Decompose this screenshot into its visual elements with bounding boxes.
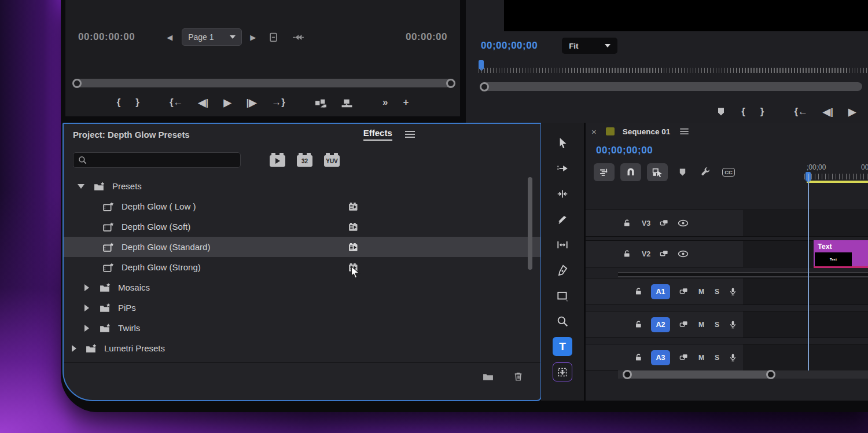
filter-32bit-button[interactable]: 32 (297, 155, 312, 167)
step-forward-button[interactable]: |▶ (238, 97, 264, 109)
mic-icon[interactable] (729, 353, 737, 362)
panel-menu-icon[interactable] (405, 131, 415, 138)
lock-icon[interactable] (634, 320, 643, 329)
linked-selection-button[interactable] (647, 163, 668, 181)
scrollbar-left-handle[interactable] (480, 82, 489, 91)
overwrite-icon[interactable] (341, 98, 353, 108)
text-clip[interactable]: Text fx Text (814, 240, 868, 268)
play-button[interactable]: ▶ (841, 106, 863, 118)
track-select-tool-button[interactable] (553, 159, 572, 178)
go-to-in-button[interactable]: {← (162, 97, 191, 108)
track-name[interactable]: V3 (642, 219, 650, 227)
add-marker-button[interactable] (674, 163, 691, 181)
chevron-down-icon[interactable] (78, 184, 84, 189)
track-target-button[interactable]: A1 (651, 284, 670, 299)
chevron-right-icon[interactable] (84, 325, 89, 332)
video-audio-divider[interactable] (618, 272, 868, 277)
chevron-right-icon[interactable] (84, 284, 89, 291)
track-target-button[interactable]: A3 (651, 350, 670, 365)
sync-lock-icon[interactable] (679, 287, 688, 296)
skip-ahead-icon[interactable] (292, 34, 304, 41)
tree-item-folder[interactable]: PiPs (64, 298, 540, 318)
timeline-scrollbar[interactable] (623, 370, 775, 379)
track-name[interactable]: V2 (642, 250, 650, 258)
scrollbar-right-handle[interactable] (766, 370, 775, 379)
more-options-button[interactable]: » (375, 97, 395, 108)
tree-item-preset[interactable]: Depth Glow ( Low ) (64, 196, 540, 216)
captions-button[interactable]: CC (720, 163, 737, 181)
next-page-button[interactable]: ▶ (250, 33, 256, 42)
program-time-ruler[interactable] (479, 60, 868, 75)
audio-track-a1[interactable]: A1 M S (586, 278, 868, 305)
zoom-tool-button[interactable] (553, 311, 572, 331)
step-back-button[interactable]: ◀| (191, 97, 216, 109)
type-tool-button[interactable]: T (553, 337, 572, 356)
program-scrollbar[interactable] (482, 82, 862, 91)
solo-button[interactable]: S (715, 321, 719, 329)
snap-toggle-button[interactable] (620, 163, 641, 181)
add-marker-icon[interactable] (716, 107, 726, 116)
eye-icon[interactable] (678, 250, 689, 258)
selection-tool-button[interactable] (553, 133, 572, 152)
mark-out-button[interactable]: } (128, 97, 147, 108)
lock-icon[interactable] (634, 287, 643, 296)
razor-tool-button[interactable] (553, 210, 572, 229)
chevron-right-icon[interactable] (72, 345, 76, 352)
mute-button[interactable]: M (698, 354, 704, 362)
trash-icon[interactable] (513, 372, 523, 381)
page-selector-dropdown[interactable]: Page 1 (182, 28, 242, 46)
effects-search-input[interactable] (73, 152, 241, 168)
mark-in-button[interactable]: { (734, 106, 753, 118)
list-scrollbar[interactable] (528, 177, 532, 270)
tab-project[interactable]: Project: Depth Glow Presets (73, 130, 190, 140)
panel-menu-icon[interactable] (681, 129, 689, 134)
tree-item-preset[interactable]: Depth Glow (Soft) (64, 216, 540, 237)
lock-icon[interactable] (623, 219, 631, 227)
sync-lock-icon[interactable] (660, 249, 668, 258)
go-to-out-button[interactable]: →} (264, 97, 293, 108)
scrollbar-right-handle[interactable] (446, 79, 455, 88)
close-icon[interactable]: × (591, 127, 597, 137)
mark-out-button[interactable]: } (753, 106, 772, 118)
insert-icon[interactable] (315, 98, 327, 108)
tree-item-folder[interactable]: Lumetri Presets (64, 338, 540, 358)
work-area-bar[interactable] (807, 181, 868, 183)
page-icon[interactable] (269, 32, 278, 42)
mute-button[interactable]: M (698, 321, 704, 329)
nest-toggle-button[interactable] (594, 163, 615, 181)
timeline-ruler[interactable] (804, 174, 868, 179)
zoom-level-dropdown[interactable]: Fit (562, 38, 617, 54)
mute-button[interactable]: M (698, 288, 704, 296)
filter-yuv-button[interactable]: YUV (324, 155, 340, 167)
lock-icon[interactable] (623, 249, 631, 258)
source-scrollbar[interactable] (76, 79, 452, 87)
tree-item-folder[interactable]: Twirls (64, 318, 540, 338)
mic-icon[interactable] (729, 320, 737, 329)
solo-button[interactable]: S (715, 354, 719, 362)
prev-page-button[interactable]: ◀ (167, 33, 172, 42)
lock-icon[interactable] (634, 353, 643, 362)
solo-button[interactable]: S (715, 288, 719, 296)
filter-accelerated-effects-button[interactable] (270, 155, 285, 167)
tree-item-folder[interactable]: Mosaics (64, 277, 540, 298)
mic-icon[interactable] (729, 287, 737, 296)
chevron-right-icon[interactable] (84, 304, 89, 311)
video-track-v3[interactable]: V3 (586, 210, 868, 237)
scrollbar-left-handle[interactable] (72, 79, 82, 88)
ripple-edit-tool-button[interactable] (553, 184, 572, 203)
sync-lock-icon[interactable] (679, 353, 688, 362)
playhead-line[interactable] (808, 174, 809, 374)
add-button[interactable]: + (395, 97, 416, 108)
track-target-button[interactable]: A2 (651, 317, 670, 332)
audio-track-a2[interactable]: A2 M S (586, 311, 868, 338)
tab-sequence[interactable]: Sequence 01 (623, 127, 671, 136)
rectangle-tool-button[interactable] (553, 286, 572, 305)
tree-item-preset-selected[interactable]: Depth Glow (Standard) (64, 237, 540, 257)
mark-in-button[interactable]: { (109, 97, 128, 108)
tab-effects[interactable]: Effects (363, 128, 392, 141)
slip-tool-button[interactable] (553, 235, 572, 254)
tree-item-preset[interactable]: Depth Glow (Strong) (64, 257, 540, 277)
transform-tool-button[interactable] (553, 362, 572, 381)
sync-lock-icon[interactable] (660, 219, 668, 227)
sync-lock-icon[interactable] (679, 320, 688, 329)
